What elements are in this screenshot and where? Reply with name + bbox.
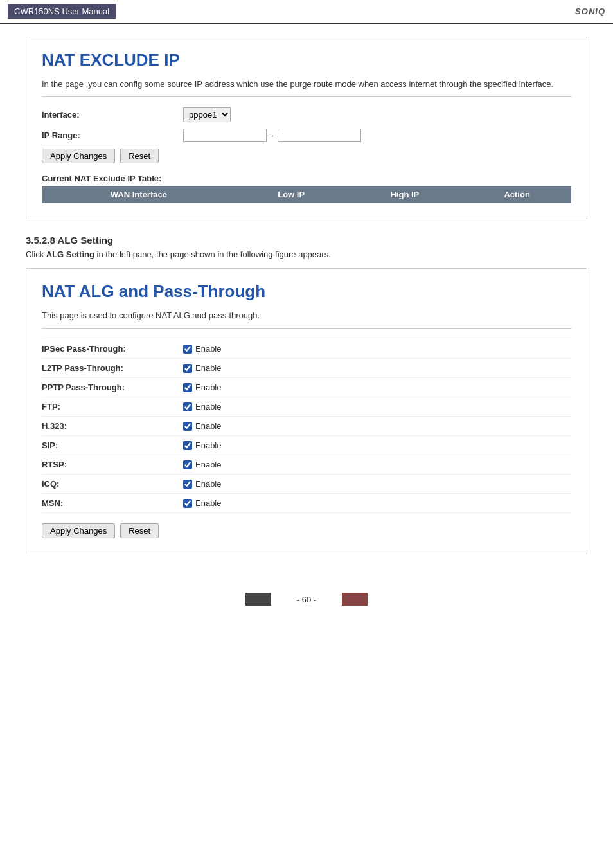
- alg-h323-label: H.323:: [42, 421, 183, 431]
- col-action: Action: [463, 186, 571, 203]
- alg-description-text: Click ALG Setting in the left pane, the …: [26, 249, 587, 259]
- alg-ftp-enable-label: Enable: [195, 402, 221, 411]
- alg-row-icq: ICQ: Enable: [42, 475, 571, 494]
- nat-alg-section: NAT ALG and Pass-Through This page is us…: [26, 268, 587, 554]
- interface-row: interface: pppoe1: [42, 107, 571, 122]
- alg-rows-container: IPSec Pass-Through: Enable L2TP Pass-Thr…: [42, 339, 571, 513]
- alg-row-h323: H.323: Enable: [42, 417, 571, 436]
- alg-h323-value: Enable: [183, 421, 221, 431]
- alg-msn-label: MSN:: [42, 498, 183, 508]
- alg-ipsec-enable-label: Enable: [195, 344, 221, 354]
- alg-l2tp-checkbox[interactable]: [183, 364, 192, 373]
- nat-exclude-table: WAN Interface Low IP High IP Action: [42, 186, 571, 203]
- alg-sip-label: SIP:: [42, 440, 183, 450]
- alg-icq-label: ICQ:: [42, 479, 183, 489]
- alg-rtsp-value: Enable: [183, 460, 221, 469]
- col-wan-interface: WAN Interface: [42, 186, 236, 203]
- alg-ftp-label: FTP:: [42, 402, 183, 411]
- alg-pptp-label: PPTP Pass-Through:: [42, 383, 183, 392]
- page-number: - 60 -: [297, 595, 316, 604]
- alg-row-l2tp: L2TP Pass-Through: Enable: [42, 359, 571, 378]
- alg-ipsec-label: IPSec Pass-Through:: [42, 344, 183, 354]
- main-content: NAT EXCLUDE IP In the page ,you can conf…: [0, 24, 613, 583]
- table-header-row: WAN Interface Low IP High IP Action: [42, 186, 571, 203]
- alg-sip-enable-label: Enable: [195, 440, 221, 450]
- header-title-bar: CWR150NS User Manual: [8, 4, 116, 19]
- alg-sip-checkbox[interactable]: [183, 441, 192, 450]
- alg-ftp-checkbox[interactable]: [183, 402, 192, 411]
- interface-label: interface:: [42, 110, 183, 120]
- alg-row-sip: SIP: Enable: [42, 436, 571, 455]
- nat-exclude-section: NAT EXCLUDE IP In the page ,you can conf…: [26, 37, 587, 219]
- alg-row-ipsec: IPSec Pass-Through: Enable: [42, 339, 571, 359]
- col-high-ip: High IP: [346, 186, 463, 203]
- nat-exclude-reset-button[interactable]: Reset: [120, 149, 159, 163]
- alg-icq-checkbox[interactable]: [183, 480, 192, 489]
- interface-control: pppoe1: [183, 107, 231, 122]
- alg-h323-checkbox[interactable]: [183, 422, 192, 431]
- alg-icq-enable-label: Enable: [195, 479, 221, 489]
- alg-desc-bold: ALG Setting: [46, 249, 94, 259]
- footer-block-left: [245, 593, 271, 606]
- alg-row-ftp: FTP: Enable: [42, 397, 571, 417]
- alg-ipsec-value: Enable: [183, 344, 221, 354]
- alg-msn-value: Enable: [183, 498, 221, 508]
- page-footer: - 60 -: [0, 583, 613, 616]
- nat-exclude-apply-button[interactable]: Apply Changes: [42, 149, 115, 163]
- ip-range-control: -: [183, 129, 361, 142]
- alg-l2tp-label: L2TP Pass-Through:: [42, 363, 183, 373]
- nat-exclude-description: In the page ,you can config some source …: [42, 79, 571, 97]
- alg-msn-checkbox[interactable]: [183, 499, 192, 508]
- alg-sip-value: Enable: [183, 440, 221, 450]
- alg-apply-button[interactable]: Apply Changes: [42, 523, 115, 538]
- alg-pptp-enable-label: Enable: [195, 383, 221, 392]
- manual-title: CWR150NS User Manual: [14, 6, 109, 16]
- ip-range-label: IP Range:: [42, 131, 183, 140]
- alg-row-msn: MSN: Enable: [42, 494, 571, 513]
- alg-row-rtsp: RTSP: Enable: [42, 455, 571, 475]
- alg-ftp-value: Enable: [183, 402, 221, 411]
- alg-pptp-checkbox[interactable]: [183, 383, 192, 392]
- ip-range-dash: -: [271, 131, 274, 141]
- alg-desc-suffix: in the left pane, the page shown in the …: [94, 249, 331, 259]
- alg-rtsp-checkbox[interactable]: [183, 460, 192, 469]
- alg-rtsp-label: RTSP:: [42, 460, 183, 469]
- nat-exclude-btn-row: Apply Changes Reset: [42, 149, 571, 163]
- alg-reset-button[interactable]: Reset: [120, 523, 159, 538]
- ip-range-high-input[interactable]: [278, 129, 361, 142]
- ip-range-row: IP Range: -: [42, 129, 571, 142]
- nat-alg-title: NAT ALG and Pass-Through: [42, 282, 571, 302]
- col-low-ip: Low IP: [236, 186, 347, 203]
- alg-desc-prefix: Click: [26, 249, 46, 259]
- alg-btn-row: Apply Changes Reset: [42, 523, 571, 538]
- alg-row-pptp: PPTP Pass-Through: Enable: [42, 378, 571, 397]
- footer-block-right: [342, 593, 368, 606]
- page-header: CWR150NS User Manual SONIQ: [0, 0, 613, 24]
- nat-alg-description: This page is used to configure NAT ALG a…: [42, 311, 571, 329]
- nat-exclude-title: NAT EXCLUDE IP: [42, 50, 571, 70]
- alg-pptp-value: Enable: [183, 383, 221, 392]
- alg-heading: 3.5.2.8 ALG Setting: [26, 235, 587, 246]
- alg-l2tp-enable-label: Enable: [195, 363, 221, 373]
- interface-select[interactable]: pppoe1: [183, 107, 231, 122]
- alg-icq-value: Enable: [183, 479, 221, 489]
- alg-msn-enable-label: Enable: [195, 498, 221, 508]
- alg-rtsp-enable-label: Enable: [195, 460, 221, 469]
- alg-ipsec-checkbox[interactable]: [183, 345, 192, 354]
- alg-section-wrapper: 3.5.2.8 ALG Setting Click ALG Setting in…: [26, 235, 587, 259]
- alg-l2tp-value: Enable: [183, 363, 221, 373]
- ip-range-low-input[interactable]: [183, 129, 267, 142]
- alg-h323-enable-label: Enable: [195, 421, 221, 431]
- table-label: Current NAT Exclude IP Table:: [42, 174, 571, 183]
- nat-exclude-table-section: Current NAT Exclude IP Table: WAN Interf…: [42, 174, 571, 203]
- brand-logo: SONIQ: [575, 6, 605, 16]
